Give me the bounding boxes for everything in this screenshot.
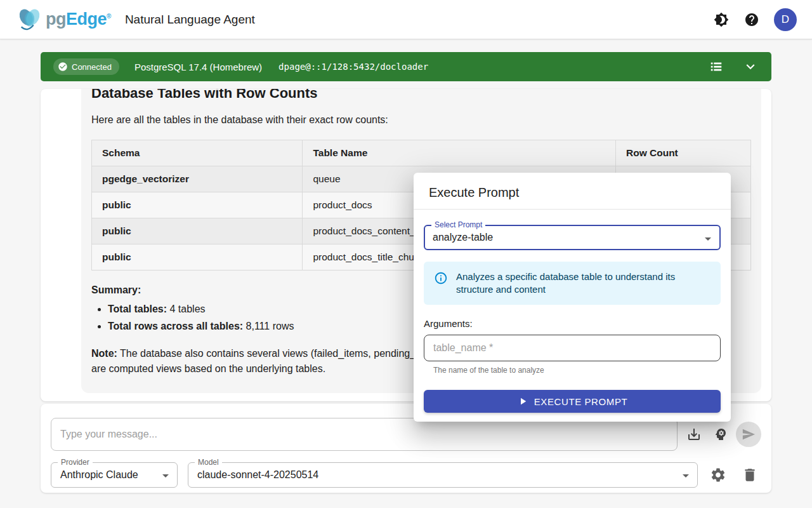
pgedge-wordmark: pgEdge® bbox=[46, 10, 111, 29]
send-icon bbox=[742, 427, 756, 441]
play-icon bbox=[517, 396, 528, 407]
trash-icon[interactable] bbox=[738, 464, 761, 486]
divider bbox=[414, 209, 731, 210]
prompt-description: Analyzes a specific database table to un… bbox=[456, 271, 710, 296]
col-header-row-count: Row Count bbox=[615, 140, 750, 166]
list-icon[interactable] bbox=[709, 60, 723, 74]
prompt-select-value: analyze-table bbox=[433, 232, 493, 243]
psychology-icon[interactable] bbox=[709, 423, 732, 446]
dropdown-arrow-icon bbox=[678, 468, 693, 486]
prompt-select[interactable]: Select Prompt analyze-table bbox=[424, 225, 721, 250]
table-name-field[interactable] bbox=[424, 335, 721, 361]
arguments-label: Arguments: bbox=[424, 318, 721, 329]
status-badge: Connected bbox=[53, 58, 119, 75]
provider-select[interactable]: Provider Anthropic Claude bbox=[51, 462, 178, 488]
execute-prompt-label: EXECUTE PROMPT bbox=[534, 396, 628, 407]
execute-prompt-button[interactable]: EXECUTE PROMPT bbox=[424, 390, 721, 413]
note-text-line2: are computed views based on the underlyi… bbox=[91, 363, 325, 374]
model-label: Model bbox=[195, 458, 222, 467]
note-label: Note: bbox=[91, 348, 117, 359]
provider-value: Anthropic Claude bbox=[60, 469, 138, 481]
table-name-helper-text: The name of the table to analyze bbox=[433, 366, 721, 375]
message-heading: Database Tables with Row Counts bbox=[91, 89, 751, 102]
avatar[interactable]: D bbox=[774, 8, 797, 31]
app-header: pgEdge® Natural Language Agent D bbox=[0, 0, 812, 39]
prompt-info-alert: Analyzes a specific database table to un… bbox=[424, 262, 721, 305]
connection-bar: Connected PostgreSQL 17.4 (Homebrew) dpa… bbox=[41, 52, 771, 81]
chevron-down-icon[interactable] bbox=[742, 58, 759, 75]
provider-label: Provider bbox=[58, 458, 93, 467]
download-icon[interactable] bbox=[683, 423, 705, 446]
pgedge-logo: pgEdge® bbox=[15, 6, 111, 33]
dropdown-arrow-icon bbox=[158, 468, 173, 486]
prompt-select-label: Select Prompt bbox=[431, 220, 485, 229]
help-icon[interactable] bbox=[743, 11, 760, 28]
schema-cell: pgedge_vectorizer bbox=[92, 166, 303, 192]
model-select[interactable]: Model claude-sonnet-4-20250514 bbox=[188, 462, 698, 488]
connection-string: dpage@::1/128:5432/docloader bbox=[278, 62, 428, 72]
dark-mode-icon[interactable] bbox=[713, 11, 730, 28]
schema-cell: public bbox=[92, 244, 303, 271]
message-input[interactable] bbox=[51, 418, 678, 451]
gear-icon[interactable] bbox=[707, 464, 730, 486]
send-button[interactable] bbox=[736, 422, 761, 447]
col-header-schema: Schema bbox=[92, 140, 303, 166]
page-title: Natural Language Agent bbox=[125, 13, 255, 27]
dropdown-arrow-icon bbox=[700, 231, 716, 249]
pgedge-logo-icon bbox=[15, 6, 44, 33]
check-circle-icon bbox=[58, 62, 68, 72]
execute-prompt-dialog: Execute Prompt Select Prompt analyze-tab… bbox=[414, 173, 731, 422]
info-icon bbox=[434, 271, 448, 285]
server-version: PostgreSQL 17.4 (Homebrew) bbox=[134, 62, 262, 72]
status-label: Connected bbox=[72, 62, 112, 72]
col-header-table-name: Table Name bbox=[303, 140, 616, 166]
model-value: claude-sonnet-4-20250514 bbox=[197, 469, 318, 481]
dialog-title: Execute Prompt bbox=[414, 173, 731, 209]
message-intro: Here are all the tables in the database … bbox=[91, 114, 751, 126]
table-header-row: Schema Table Name Row Count bbox=[92, 140, 751, 166]
schema-cell: public bbox=[92, 218, 303, 244]
schema-cell: public bbox=[92, 192, 303, 218]
